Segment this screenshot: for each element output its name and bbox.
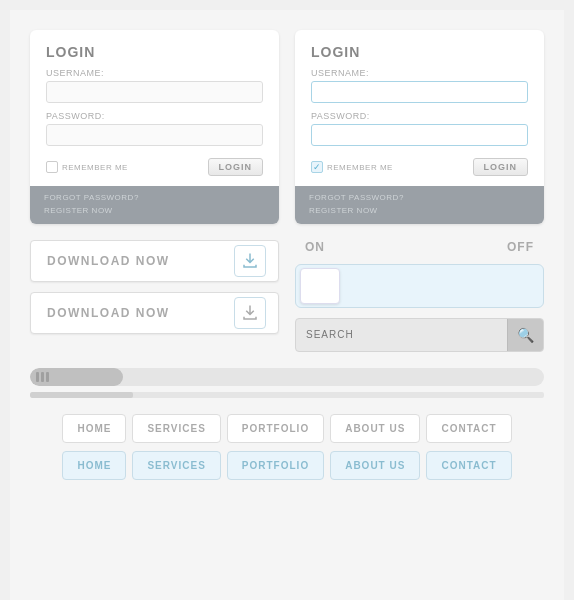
remember-left-1: REMEMBER ME bbox=[46, 161, 128, 173]
nav-row-default: HOME SERVICES PORTFOLIO ABOUT US CONTACT bbox=[30, 414, 544, 443]
nav-contact-active[interactable]: CONTACT bbox=[426, 451, 511, 480]
progress-track-2 bbox=[30, 392, 544, 398]
forgot-link-2[interactable]: FORGOT PASSWORD? bbox=[309, 192, 530, 205]
download-icon-1 bbox=[234, 245, 266, 277]
toggle-off-label: OFF bbox=[507, 240, 534, 254]
password-label-2: PASSWORD: bbox=[311, 111, 528, 121]
progress-line bbox=[41, 372, 44, 382]
username-label-1: USERNAME: bbox=[46, 68, 263, 78]
nav-services-active[interactable]: SERVICES bbox=[132, 451, 220, 480]
download-icon-2 bbox=[234, 297, 266, 329]
download-button-1[interactable]: DOWNLOAD NOW bbox=[30, 240, 279, 282]
remember-label-2: REMEMBER ME bbox=[327, 163, 393, 172]
progress-track-1 bbox=[30, 368, 544, 386]
download-label-2: DOWNLOAD NOW bbox=[47, 306, 170, 320]
toggle-label-row: ON OFF bbox=[295, 240, 544, 254]
toggle-track[interactable] bbox=[295, 264, 544, 308]
password-label-1: PASSWORD: bbox=[46, 111, 263, 121]
password-input-2[interactable] bbox=[311, 124, 528, 146]
nav-home-active[interactable]: HOME bbox=[62, 451, 126, 480]
search-button[interactable]: 🔍 bbox=[507, 318, 543, 352]
login-button-2[interactable]: LOGIN bbox=[473, 158, 529, 176]
nav-services-default[interactable]: SERVICES bbox=[132, 414, 220, 443]
progress-line bbox=[46, 372, 49, 382]
nav-row-active: HOME SERVICES PORTFOLIO ABOUT US CONTACT bbox=[30, 451, 544, 480]
username-label-2: USERNAME: bbox=[311, 68, 528, 78]
nav-aboutus-default[interactable]: ABOUT US bbox=[330, 414, 420, 443]
nav-contact-default[interactable]: CONTACT bbox=[426, 414, 511, 443]
middle-row: DOWNLOAD NOW DOWNLOAD NOW ON bbox=[30, 240, 544, 352]
remember-left-2: ✓ REMEMBER ME bbox=[311, 161, 393, 173]
remember-label-1: REMEMBER ME bbox=[62, 163, 128, 172]
login-title-1: LOGIN bbox=[46, 44, 263, 60]
nav-home-default[interactable]: HOME bbox=[62, 414, 126, 443]
progress-section bbox=[30, 368, 544, 398]
username-input-1[interactable] bbox=[46, 81, 263, 103]
login-title-2: LOGIN bbox=[311, 44, 528, 60]
nav-portfolio-default[interactable]: PORTFOLIO bbox=[227, 414, 324, 443]
download-col: DOWNLOAD NOW DOWNLOAD NOW bbox=[30, 240, 279, 334]
search-input[interactable] bbox=[296, 329, 507, 340]
register-link-2[interactable]: REGISTER NOW bbox=[309, 205, 530, 218]
login-footer-2: FORGOT PASSWORD? REGISTER NOW bbox=[295, 186, 544, 224]
right-col: ON OFF 🔍 bbox=[295, 240, 544, 352]
login-footer-1: FORGOT PASSWORD? REGISTER NOW bbox=[30, 186, 279, 224]
download-button-2[interactable]: DOWNLOAD NOW bbox=[30, 292, 279, 334]
login-card-active: LOGIN USERNAME: PASSWORD: ✓ REMEMBER ME … bbox=[295, 30, 544, 224]
remember-checkbox-1[interactable] bbox=[46, 161, 58, 173]
nav-aboutus-active[interactable]: ABOUT US bbox=[330, 451, 420, 480]
register-link-1[interactable]: REGISTER NOW bbox=[44, 205, 265, 218]
main-container: LOGIN USERNAME: PASSWORD: REMEMBER ME LO… bbox=[10, 10, 564, 600]
nav-portfolio-active[interactable]: PORTFOLIO bbox=[227, 451, 324, 480]
login-card-default: LOGIN USERNAME: PASSWORD: REMEMBER ME LO… bbox=[30, 30, 279, 224]
username-input-2[interactable] bbox=[311, 81, 528, 103]
progress-line bbox=[36, 372, 39, 382]
nav-section: HOME SERVICES PORTFOLIO ABOUT US CONTACT… bbox=[30, 414, 544, 480]
search-bar: 🔍 bbox=[295, 318, 544, 352]
toggle-on-label: ON bbox=[305, 240, 325, 254]
progress-lines bbox=[36, 372, 49, 382]
login-row: LOGIN USERNAME: PASSWORD: REMEMBER ME LO… bbox=[30, 30, 544, 224]
progress-fill-1 bbox=[30, 368, 123, 386]
login-button-1[interactable]: LOGIN bbox=[208, 158, 264, 176]
download-label-1: DOWNLOAD NOW bbox=[47, 254, 170, 268]
forgot-link-1[interactable]: FORGOT PASSWORD? bbox=[44, 192, 265, 205]
progress-fill-2 bbox=[30, 392, 133, 398]
toggle-thumb bbox=[300, 268, 340, 304]
password-input-1[interactable] bbox=[46, 124, 263, 146]
remember-checkbox-2[interactable]: ✓ bbox=[311, 161, 323, 173]
